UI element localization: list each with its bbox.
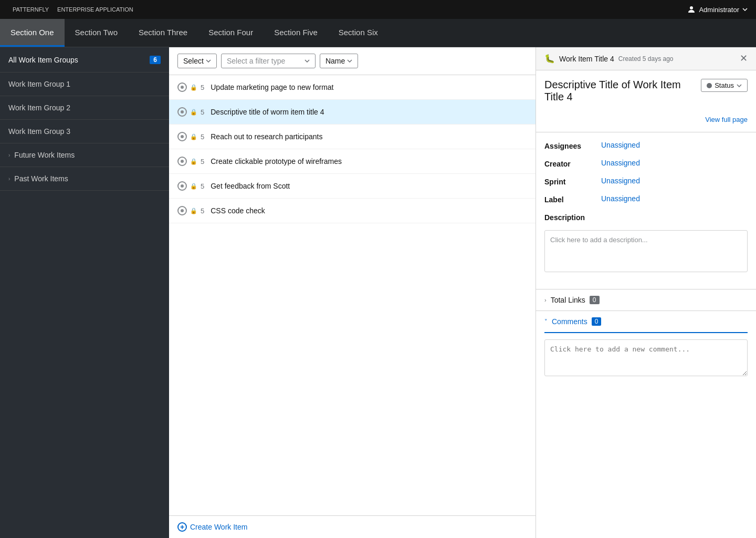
assignees-value[interactable]: Unassigned <box>601 141 640 149</box>
detail-header-left: 🐛 Work Item Title 4 Created 5 days ago <box>544 54 674 64</box>
status-icon <box>177 82 187 92</box>
work-item-number: 5 <box>201 182 204 190</box>
user-menu[interactable]: Administrator <box>687 5 748 14</box>
work-item-icons: 🔒 5 <box>177 157 204 166</box>
status-label: Status <box>715 81 734 89</box>
sidebar-item-label: Work Item Group 1 <box>8 80 70 88</box>
comments-count: 0 <box>592 317 602 326</box>
main-layout: All Work Item Groups 6 Work Item Group 1… <box>0 47 756 538</box>
detail-header: 🐛 Work Item Title 4 Created 5 days ago ✕ <box>536 47 756 70</box>
total-links-label: Total Links <box>551 296 585 304</box>
filter-type-select[interactable]: Select a filter type <box>221 54 316 68</box>
tab-section-six[interactable]: Section Six <box>328 19 388 47</box>
status-button[interactable]: Status <box>701 79 748 92</box>
work-item-number: 5 <box>201 158 204 165</box>
content-area: Select Select a filter type Name 🔒 5 Upd… <box>169 47 536 538</box>
sprint-value[interactable]: Unassigned <box>601 177 640 185</box>
tab-section-three[interactable]: Section Three <box>128 19 198 47</box>
create-work-item-button[interactable]: + Create Work Item <box>177 522 527 532</box>
user-icon <box>687 5 696 14</box>
detail-item-title: Work Item Title 4 <box>559 55 614 63</box>
detail-fields: Assignees Unassigned Creator Unassigned … <box>536 132 756 289</box>
total-links-count: 0 <box>590 296 600 304</box>
status-icon <box>177 157 187 166</box>
work-item-title: CSS code check <box>211 206 265 215</box>
work-item-row[interactable]: 🔒 5 CSS code check <box>169 199 536 223</box>
description-field-row: Description Click here to add a descript… <box>544 212 748 272</box>
work-item-title: Descriptive title of worm item title 4 <box>211 108 324 116</box>
lock-icon: 🔒 <box>190 84 197 91</box>
work-item-icons: 🔒 5 <box>177 82 204 92</box>
filter-placeholder: Select a filter type <box>227 57 285 65</box>
detail-main-title: Descriptive Title of Work Item Title 4 <box>544 79 701 103</box>
tab-section-one[interactable]: Section One <box>0 19 65 47</box>
nav-tabs: Section One Section Two Section Three Se… <box>0 19 756 47</box>
sidebar-header: All Work Item Groups 6 <box>0 47 169 73</box>
work-item-row[interactable]: 🔒 5 Get feedback from Scott <box>169 174 536 199</box>
total-links-section[interactable]: › Total Links 0 <box>536 289 756 311</box>
plus-circle-icon: + <box>177 522 187 532</box>
work-items-list: 🔒 5 Update marketing page to new format … <box>169 75 536 515</box>
user-name: Administrator <box>699 6 739 14</box>
view-full-page-link[interactable]: View full page <box>705 116 748 123</box>
app-logo: PATTERNFLY ENTERPRISE APPLICATION <box>8 6 133 13</box>
lock-icon: 🔒 <box>190 158 197 165</box>
work-item-number: 5 <box>201 207 204 215</box>
comments-label[interactable]: Comments <box>552 317 587 326</box>
sidebar-item-wg1[interactable]: Work Item Group 1 <box>0 73 169 96</box>
name-sort-select[interactable]: Name <box>320 54 358 68</box>
status-icon <box>177 132 187 141</box>
create-work-item-label: Create Work Item <box>190 523 247 531</box>
work-item-number: 5 <box>201 84 204 91</box>
tab-section-five[interactable]: Section Five <box>264 19 328 47</box>
sidebar-item-label: Work Item Group 2 <box>8 104 70 112</box>
sidebar-item-label: Future Work Items <box>14 151 75 159</box>
tab-section-four[interactable]: Section Four <box>198 19 264 47</box>
chevron-down-icon <box>737 84 742 87</box>
description-placeholder: Click here to add a description... <box>550 236 648 244</box>
sidebar-groups-count: 6 <box>150 56 161 64</box>
chevron-down-icon <box>206 59 211 63</box>
chevron-down-icon <box>304 59 310 63</box>
work-item-icons: 🔒 5 <box>177 132 204 141</box>
sidebar-item-past[interactable]: › Past Work Items <box>0 167 169 191</box>
description-label: Description <box>544 212 597 222</box>
status-icon <box>177 181 187 191</box>
chevron-down-icon <box>347 59 352 63</box>
chevron-down-icon <box>742 8 748 11</box>
close-detail-button[interactable]: ✕ <box>740 54 748 63</box>
work-item-icons: 🔒 5 <box>177 181 204 191</box>
sidebar-item-wg2[interactable]: Work Item Group 2 <box>0 96 169 120</box>
work-item-row[interactable]: 🔒 5 Descriptive title of worm item title… <box>169 100 536 125</box>
lock-icon: 🔒 <box>190 133 197 140</box>
select-button[interactable]: Select <box>177 54 217 68</box>
lock-icon: 🔒 <box>190 109 197 116</box>
sidebar: All Work Item Groups 6 Work Item Group 1… <box>0 47 169 538</box>
description-input[interactable]: Click here to add a description... <box>544 230 748 272</box>
comment-input[interactable] <box>544 339 748 376</box>
top-bar: PATTERNFLY ENTERPRISE APPLICATION Admini… <box>0 0 756 19</box>
creator-value[interactable]: Unassigned <box>601 159 640 167</box>
chevron-down-icon: ˅ <box>544 318 548 325</box>
chevron-right-icon: › <box>8 152 10 158</box>
lock-icon: 🔒 <box>190 183 197 190</box>
svg-point-0 <box>690 6 693 9</box>
detail-panel: 🐛 Work Item Title 4 Created 5 days ago ✕… <box>536 47 756 538</box>
label-label: Label <box>544 194 597 204</box>
work-item-row[interactable]: 🔒 5 Create clickable prototype of wirefr… <box>169 149 536 174</box>
work-item-row[interactable]: 🔒 5 Update marketing page to new format <box>169 75 536 100</box>
sidebar-item-wg3[interactable]: Work Item Group 3 <box>0 120 169 143</box>
sidebar-item-label: Work Item Group 3 <box>8 127 70 136</box>
app-subtitle: ENTERPRISE APPLICATION <box>57 6 133 13</box>
work-item-title: Reach out to research participants <box>211 132 322 141</box>
label-value[interactable]: Unassigned <box>601 194 640 203</box>
status-icon <box>177 107 187 117</box>
work-item-icons: 🔒 5 <box>177 107 204 117</box>
toolbar: Select Select a filter type Name <box>169 47 536 75</box>
sidebar-item-future[interactable]: › Future Work Items <box>0 143 169 167</box>
detail-description-area: Descriptive Title of Work Item Title 4 S… <box>536 70 756 132</box>
chevron-right-icon: › <box>8 176 10 182</box>
tab-section-two[interactable]: Section Two <box>65 19 128 47</box>
work-item-row[interactable]: 🔒 5 Reach out to research participants <box>169 125 536 149</box>
logo-text: PATTERNFLY <box>13 6 49 13</box>
